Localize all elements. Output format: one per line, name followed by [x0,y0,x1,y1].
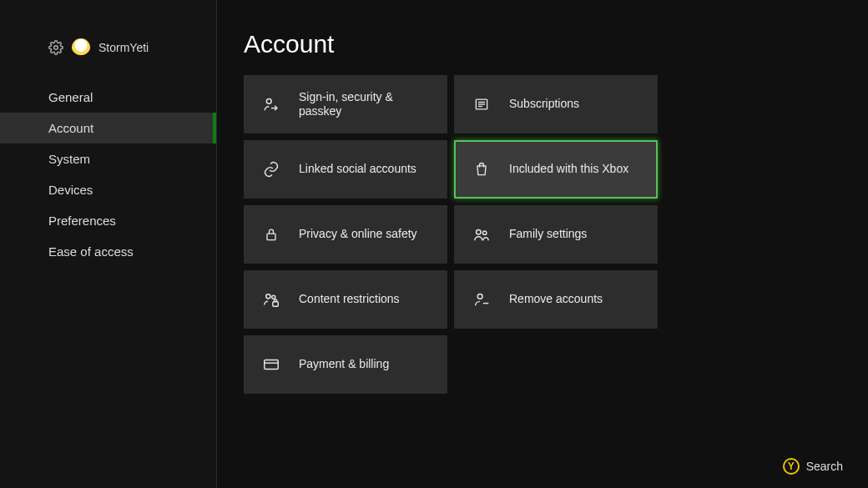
person-minus-icon [472,290,491,309]
tile-label: Family settings [509,227,587,242]
sidebar-item-general[interactable]: General [0,82,216,113]
link-icon [262,160,280,179]
lock-icon [262,225,280,244]
tile-label: Sign-in, security & passkey [299,90,434,119]
list-icon [472,95,491,113]
footer-hint: Y Search [783,458,843,475]
svg-point-10 [272,295,275,299]
gamertag: StormYeti [98,41,149,54]
tile-label: Payment & billing [299,357,389,372]
person-arrow-icon [262,95,280,113]
svg-point-7 [477,230,482,235]
svg-point-8 [482,231,486,234]
sidebar-nav: General Account System Devices Preferenc… [0,82,216,267]
card-icon [262,355,280,374]
sidebar-item-devices[interactable]: Devices [0,174,216,205]
svg-rect-11 [273,302,278,307]
shopping-bag-icon [472,160,491,179]
tile-privacy[interactable]: Privacy & online safety [244,205,447,264]
sidebar-item-ease-of-access[interactable]: Ease of access [0,236,216,267]
sidebar-item-label: General [48,90,93,104]
main-panel: Account Sign-in, security & passkey [217,0,868,488]
svg-point-1 [266,98,271,103]
profile-row[interactable]: StormYeti [0,38,216,82]
sidebar-item-system[interactable]: System [0,143,216,174]
tile-family-settings[interactable]: Family settings [454,205,658,264]
tile-label: Remove accounts [509,292,603,307]
y-button-icon: Y [783,458,800,475]
tile-signin-security[interactable]: Sign-in, security & passkey [244,75,447,133]
tile-remove-accounts[interactable]: Remove accounts [454,270,658,329]
tile-linked-social[interactable]: Linked social accounts [244,140,447,199]
tile-label: Content restrictions [299,292,400,307]
sidebar-item-label: System [48,152,90,166]
tile-included-with-xbox[interactable]: Included with this Xbox [454,140,658,199]
people-lock-icon [262,290,280,309]
sidebar-item-account[interactable]: Account [0,113,216,143]
page-title: Account [244,30,868,58]
sidebar-item-label: Account [48,121,93,135]
svg-point-9 [266,294,270,299]
svg-rect-6 [267,234,275,240]
tile-label: Subscriptions [509,97,579,112]
sidebar-item-label: Ease of access [48,244,134,259]
search-label[interactable]: Search [806,460,843,473]
tile-subscriptions[interactable]: Subscriptions [454,75,658,133]
svg-rect-14 [265,360,279,370]
tile-label: Linked social accounts [299,162,416,177]
tile-label: Included with this Xbox [509,162,628,177]
svg-point-12 [477,294,482,299]
tile-grid: Sign-in, security & passkey Subscription… [244,75,868,394]
settings-app: StormYeti General Account System Devices… [0,0,868,488]
sidebar: StormYeti General Account System Devices… [0,0,217,488]
avatar [72,38,90,57]
people-icon [472,225,491,244]
tile-label: Privacy & online safety [299,227,417,242]
sidebar-item-label: Preferences [48,214,116,228]
y-button-glyph: Y [788,460,795,472]
sidebar-item-label: Devices [48,183,93,197]
gear-icon [48,40,63,55]
tile-content-restrictions[interactable]: Content restrictions [244,270,447,329]
sidebar-item-preferences[interactable]: Preferences [0,205,216,236]
tile-payment-billing[interactable]: Payment & billing [244,335,447,394]
svg-point-0 [54,46,58,50]
